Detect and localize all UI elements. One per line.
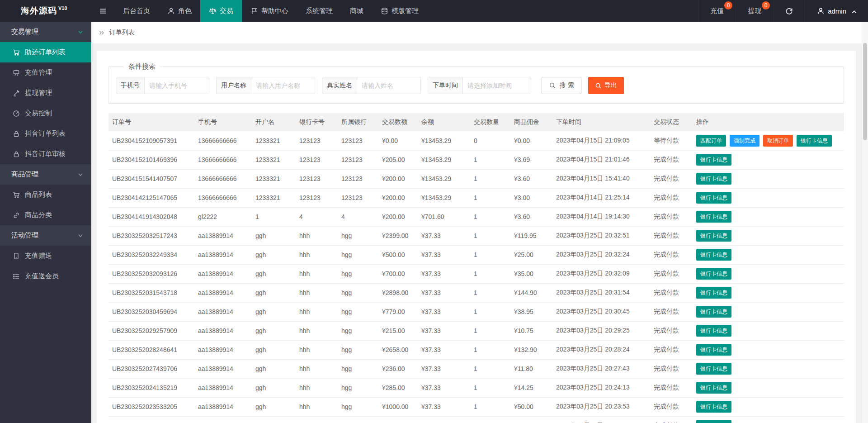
table-row: UB23041515414075071366666666612333211231…	[108, 169, 844, 188]
bank-card-info-button[interactable]: 银行卡信息	[696, 173, 731, 185]
bank-card-info-button[interactable]: 银行卡信息	[696, 249, 731, 261]
bank-card-info-button[interactable]: 银行卡信息	[696, 363, 731, 375]
cell-actions: 银行卡信息	[693, 283, 844, 302]
nav-item-system[interactable]: 系统管理	[297, 0, 341, 22]
bank-card-info-button[interactable]: 银行卡信息	[696, 382, 731, 394]
cell-order-time: 2023年04月15日 15:41:40	[552, 169, 650, 188]
cell-bank: hgg	[338, 340, 378, 359]
order-time-input[interactable]	[463, 77, 531, 94]
bank-card-info-button[interactable]: 银行卡信息	[696, 268, 731, 280]
cell-order-no: UB2304152109057391	[108, 131, 194, 150]
cell-bank: 123123	[338, 188, 378, 207]
cell-status: 完成付款	[650, 359, 693, 378]
bank-card-info-button[interactable]: 银行卡信息	[696, 325, 731, 337]
bank-card-info-button[interactable]: 银行卡信息	[696, 211, 731, 223]
cell-phone: aa13889914	[194, 226, 252, 245]
sidebar-group-trade[interactable]: 交易管理	[0, 22, 91, 42]
sidebar-item-withdraw-mgmt[interactable]: 提现管理	[0, 83, 91, 103]
sidebar-item-douyin-order-list[interactable]: 抖音订单列表	[0, 124, 91, 144]
phone-input[interactable]	[145, 77, 209, 94]
col-order-no: 订单号	[108, 113, 194, 131]
cart-icon	[13, 191, 25, 199]
nav-item-mall[interactable]: 商城	[341, 0, 372, 22]
cell-account-name: jj	[252, 416, 296, 423]
cell-bank: hgg	[338, 378, 378, 397]
table-row: UB23041521014693961366666666612333211231…	[108, 150, 844, 169]
sidebar-item-recharge-vip[interactable]: 充值送会员	[0, 266, 91, 286]
scrollbar-thumb[interactable]	[863, 43, 867, 140]
nav-item-role[interactable]: 角色	[159, 0, 200, 22]
username-input[interactable]	[251, 77, 315, 94]
bank-card-info-button[interactable]: 银行卡信息	[696, 230, 731, 242]
refresh-button[interactable]	[773, 0, 805, 22]
sidebar-item-product-list[interactable]: 商品列表	[0, 185, 91, 205]
cell-actions: 银行卡信息	[693, 226, 844, 245]
cell-order-no: UB2303252031543718	[108, 283, 194, 302]
sidebar-item-product-category[interactable]: 商品分类	[0, 205, 91, 225]
sidebar-item-douyin-order-audit[interactable]: 抖音订单审核	[0, 144, 91, 164]
recharge-button[interactable]: 充值 0	[698, 0, 736, 22]
sidebar-item-assist-order-list[interactable]: 助还订单列表	[0, 42, 91, 62]
bank-card-info-button[interactable]: 银行卡信息	[696, 306, 731, 318]
bank-card-info-button[interactable]: 银行卡信息	[696, 344, 731, 356]
link-icon	[13, 212, 25, 219]
search-panel: 条件搜索 手机号 用户名称 真实姓名 下单时间	[108, 62, 844, 104]
cell-order-no: UB2303252032249334	[108, 245, 194, 264]
user-menu[interactable]: admin	[805, 0, 868, 22]
search-panel-legend: 条件搜索	[124, 62, 160, 71]
page-scrollbar[interactable]	[862, 22, 868, 423]
search-button[interactable]: 搜 索	[542, 77, 581, 94]
force-complete-button[interactable]: 强制完成	[730, 135, 760, 147]
cell-balance: ¥13453.29	[418, 188, 470, 207]
bank-card-info-button[interactable]: 银行卡信息	[696, 154, 731, 166]
nav-item-home[interactable]: 后台首页	[114, 0, 159, 22]
cell-card-no: hhh	[296, 378, 338, 397]
realname-input[interactable]	[357, 77, 420, 94]
bank-card-info-button[interactable]: 银行卡信息	[696, 192, 731, 204]
cell-quantity: 1	[470, 207, 510, 226]
cell-account-name: 1233321	[252, 188, 296, 207]
cell-order-no: UB2303252029257909	[108, 321, 194, 340]
cell-status: 完成付款	[650, 397, 693, 416]
table-row: UB2303252032249334aa13889914gghhhhhgg¥50…	[108, 245, 844, 264]
sidebar-item-recharge-mgmt[interactable]: 充值管理	[0, 62, 91, 83]
cell-card-no: hhh	[296, 302, 338, 321]
bank-card-info-button[interactable]: 银行卡信息	[696, 287, 731, 299]
cell-actions: 银行卡信息	[693, 359, 844, 378]
table-row: UB2304141914302048gl2222144¥200.00¥701.6…	[108, 207, 844, 226]
cell-account-name: ggh	[252, 283, 296, 302]
cell-bank: 123123	[338, 131, 378, 150]
sidebar-item-recharge-gift[interactable]: 充值赠送	[0, 246, 91, 266]
table-row: UB2303252024135219aa13889914gghhhhhgg¥28…	[108, 378, 844, 397]
export-button[interactable]: 导出	[588, 77, 624, 94]
cell-actions: 银行卡信息	[693, 340, 844, 359]
match-order-button[interactable]: 匹配订单	[696, 135, 726, 147]
refresh-icon	[785, 7, 793, 15]
sidebar-group-products[interactable]: 商品管理	[0, 164, 91, 185]
cell-balance: ¥37.33	[418, 302, 470, 321]
cell-amount: ¥285.00	[378, 378, 418, 397]
sidebar-collapse-button[interactable]	[91, 0, 114, 22]
cell-balance: ¥37.33	[418, 397, 470, 416]
cancel-order-button[interactable]: 取消订单	[763, 135, 793, 147]
sidebar-group-activities[interactable]: 活动管理	[0, 225, 91, 246]
bank-card-info-button[interactable]: 银行卡信息	[696, 401, 731, 413]
nav-item-help-center[interactable]: 帮助中心	[242, 0, 297, 22]
nav-item-templates[interactable]: 模版管理	[372, 0, 427, 22]
cell-amount: ¥0.00	[378, 131, 418, 150]
cell-order-no: UB2303252032093126	[108, 264, 194, 283]
cell-phone: aa13889914	[194, 302, 252, 321]
nav-item-trade[interactable]: 交易	[200, 0, 242, 22]
phone-field-group: 手机号	[116, 77, 209, 94]
cell-balance: ¥37.33	[418, 264, 470, 283]
cell-bank: hgg	[338, 283, 378, 302]
col-account-name: 开户名	[252, 113, 296, 131]
cell-order-time: 2023年04月14日 19:14:30	[552, 207, 650, 226]
withdraw-button[interactable]: 提现 0	[736, 0, 773, 22]
bank-card-info-button[interactable]: 银行卡信息	[797, 135, 832, 147]
cell-commission: ¥0.00	[510, 131, 552, 150]
sidebar-item-trade-control[interactable]: 交易控制	[0, 103, 91, 124]
brand-logo: 海外源码 V10	[0, 0, 91, 22]
bank-card-info-button[interactable]: 银行卡信息	[696, 420, 731, 423]
cell-amount: ¥236.00	[378, 359, 418, 378]
